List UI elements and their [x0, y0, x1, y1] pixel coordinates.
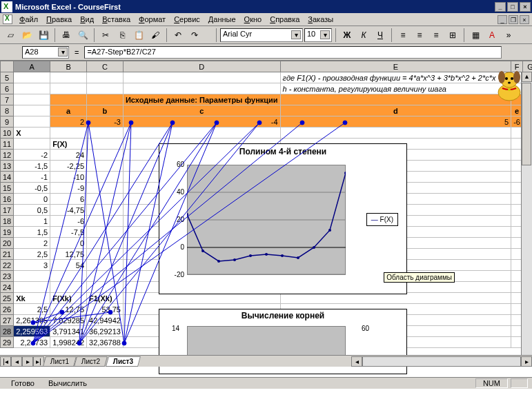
header-18[interactable]: 18: [1, 216, 14, 227]
cell-D10[interactable]: [123, 128, 280, 139]
chart-legend[interactable]: — F(X): [366, 213, 398, 226]
chart-polynomial[interactable]: Полином 4-й степени 60 40 20 0 -20 — F(X…: [159, 143, 407, 294]
menu-Заказы[interactable]: Заказы: [304, 14, 337, 25]
more-button[interactable]: »: [501, 28, 516, 43]
cell-B6[interactable]: [50, 83, 87, 94]
cell-C7[interactable]: [87, 94, 124, 105]
menu-Окно[interactable]: Окно: [240, 14, 266, 25]
header-23[interactable]: 23: [1, 271, 14, 282]
cell-A16[interactable]: 0: [14, 194, 50, 205]
hscroll-track[interactable]: [362, 356, 521, 367]
cell-B7[interactable]: [50, 94, 87, 105]
vertical-scrollbar[interactable]: ▲ ▼: [521, 72, 532, 365]
tab-first-button[interactable]: |◂: [0, 356, 11, 367]
cell-A23[interactable]: [14, 271, 50, 282]
header-26[interactable]: 26: [1, 304, 14, 315]
hscroll-right-button[interactable]: ▸: [521, 356, 532, 367]
cell-C17[interactable]: [87, 205, 124, 216]
font-color-button[interactable]: A: [484, 28, 500, 43]
menu-Вставка[interactable]: Вставка: [98, 14, 135, 25]
menu-Формат[interactable]: Формат: [135, 14, 170, 25]
horizontal-scrollbar[interactable]: ◂ ▸: [351, 356, 532, 367]
cell-B22[interactable]: 54: [50, 260, 87, 271]
cell-C18[interactable]: [87, 216, 124, 227]
cell-C25[interactable]: F1(Xk): [87, 293, 124, 304]
cell-D7[interactable]: Исходные данные: Параметры функции: [123, 94, 280, 105]
bold-button[interactable]: Ж: [339, 28, 355, 43]
doc-close-button[interactable]: ×: [520, 15, 529, 24]
cell-A13[interactable]: -1,5: [14, 161, 50, 172]
cell-A28[interactable]: 2,259563: [14, 326, 50, 337]
cell-A6[interactable]: [14, 83, 50, 94]
cell-A22[interactable]: 3: [14, 260, 50, 271]
cell-A24[interactable]: [14, 282, 50, 293]
cell-B24[interactable]: [50, 282, 87, 293]
cell-C15[interactable]: [87, 183, 124, 194]
menu-Вид[interactable]: Вид: [76, 14, 98, 25]
menu-Сервис[interactable]: Сервис: [170, 14, 204, 25]
cell-A11[interactable]: [14, 139, 50, 150]
italic-button[interactable]: К: [356, 28, 371, 43]
cell-B11[interactable]: F(X): [50, 139, 87, 150]
doc-minimize-button[interactable]: _: [497, 15, 507, 24]
cell-B9[interactable]: 2: [50, 116, 87, 128]
header-14[interactable]: 14: [1, 172, 14, 183]
paste-button[interactable]: 📋: [131, 28, 146, 43]
preview-button[interactable]: 🔍: [75, 28, 90, 43]
header-[interactable]: [1, 61, 14, 72]
cell-B19[interactable]: -7,5: [50, 227, 87, 238]
cell-C28[interactable]: 36,29213: [87, 326, 124, 337]
cell-B29[interactable]: 1,998242: [50, 337, 87, 348]
cell-B8[interactable]: a: [50, 105, 87, 116]
cell-A25[interactable]: Xk: [14, 293, 50, 304]
cell-B5[interactable]: [50, 72, 87, 83]
header-24[interactable]: 24: [1, 282, 14, 293]
cell-B23[interactable]: [50, 271, 87, 282]
cell-A29[interactable]: 2,24733: [14, 337, 50, 348]
font-size-combo[interactable]: 10: [304, 28, 332, 42]
header-A[interactable]: A: [14, 61, 50, 72]
cell-B15[interactable]: -9: [50, 183, 87, 194]
cell-A12[interactable]: -2: [14, 150, 50, 161]
formula-input[interactable]: =A27-Step*B27/C27: [84, 46, 502, 59]
cell-B26[interactable]: 12,75: [50, 304, 87, 315]
cell-B14[interactable]: -10: [50, 172, 87, 183]
cell-E8[interactable]: d: [280, 105, 511, 116]
cell-A5[interactable]: [14, 72, 50, 83]
doc-icon[interactable]: [3, 14, 12, 24]
print-button[interactable]: 🖶: [59, 28, 74, 43]
open-button[interactable]: 📂: [19, 28, 35, 43]
header-11[interactable]: 11: [1, 139, 14, 150]
header-25[interactable]: 25: [1, 293, 14, 304]
cell-C29[interactable]: 32,36788: [87, 337, 124, 348]
cut-button[interactable]: ✂: [98, 28, 113, 43]
cell-A10[interactable]: X: [14, 128, 50, 139]
align-left-button[interactable]: ≡: [395, 28, 411, 43]
cell-B12[interactable]: 24: [50, 150, 87, 161]
menu-Справка[interactable]: Справка: [266, 14, 304, 25]
cell-C20[interactable]: [87, 238, 124, 249]
format-painter-button[interactable]: 🖌: [148, 28, 163, 43]
cell-B21[interactable]: 12,75: [50, 249, 87, 260]
borders-button[interactable]: ▦: [468, 28, 483, 43]
header-16[interactable]: 16: [1, 194, 14, 205]
name-box[interactable]: A28: [22, 46, 69, 59]
cell-C9[interactable]: -3: [87, 116, 124, 128]
sheet-tab-Лист2[interactable]: Лист2: [74, 356, 108, 367]
close-button[interactable]: ×: [520, 2, 531, 12]
cell-A21[interactable]: 2,5: [14, 249, 50, 260]
cell-A27[interactable]: 2,261395: [14, 315, 50, 326]
undo-button[interactable]: ↶: [170, 28, 186, 43]
cell-C5[interactable]: [87, 72, 124, 83]
cell-E10[interactable]: [280, 128, 511, 139]
header-12[interactable]: 12: [1, 150, 14, 161]
align-center-button[interactable]: ≡: [412, 28, 427, 43]
cell-B25[interactable]: F(Xk): [50, 293, 87, 304]
header-13[interactable]: 13: [1, 161, 14, 172]
cell-C27[interactable]: 42,94942: [87, 315, 124, 326]
header-22[interactable]: 22: [1, 260, 14, 271]
cell-D5[interactable]: [123, 72, 280, 83]
maximize-button[interactable]: □: [507, 2, 518, 12]
header-5[interactable]: 5: [1, 72, 14, 83]
cell-A18[interactable]: 1: [14, 216, 50, 227]
